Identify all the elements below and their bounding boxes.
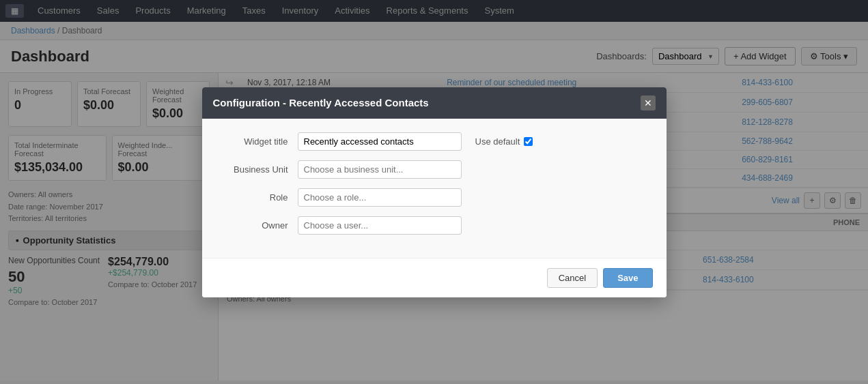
configuration-modal: Configuration - Recently Accessed Contac… xyxy=(202,87,667,297)
business-unit-input[interactable] xyxy=(298,160,462,179)
save-button[interactable]: Save xyxy=(603,268,652,288)
modal-overlay: Configuration - Recently Accessed Contac… xyxy=(0,0,868,381)
widget-title-input[interactable] xyxy=(298,132,462,151)
role-row: Role xyxy=(223,188,646,207)
use-default-group: Use default xyxy=(475,136,533,147)
owner-input[interactable] xyxy=(298,216,462,235)
cancel-button[interactable]: Cancel xyxy=(547,268,598,288)
business-unit-row: Business Unit xyxy=(223,160,646,179)
role-input[interactable] xyxy=(298,188,462,207)
owner-label: Owner xyxy=(223,220,298,231)
widget-title-row: Widget title Use default xyxy=(223,132,646,151)
modal-close-button[interactable]: ✕ xyxy=(641,95,656,110)
owner-row: Owner xyxy=(223,216,646,235)
modal-footer: Cancel Save xyxy=(202,258,667,297)
role-label: Role xyxy=(223,192,298,203)
widget-title-label: Widget title xyxy=(223,136,298,147)
modal-body: Widget title Use default Business Unit R… xyxy=(202,119,667,258)
modal-header: Configuration - Recently Accessed Contac… xyxy=(202,87,667,119)
use-default-checkbox[interactable] xyxy=(524,137,533,146)
modal-title: Configuration - Recently Accessed Contac… xyxy=(213,97,429,108)
business-unit-label: Business Unit xyxy=(223,164,298,175)
use-default-label: Use default xyxy=(475,136,520,147)
